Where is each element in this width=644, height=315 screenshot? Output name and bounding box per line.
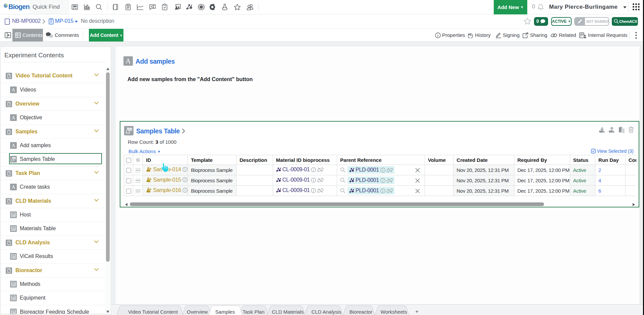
- svg-text:Worksheets: Worksheets: [381, 309, 407, 315]
- svg-text:Video Tutorial Content: Video Tutorial Content: [128, 309, 178, 315]
- svg-text:Overview: Overview: [187, 309, 208, 315]
- svg-text:Samples: Samples: [215, 309, 235, 315]
- svg-text:+: +: [415, 309, 418, 314]
- svg-text:Bioreactor: Bioreactor: [350, 309, 372, 315]
- svg-text:CLD Analysis: CLD Analysis: [311, 309, 341, 315]
- svg-text:Task Plan: Task Plan: [243, 309, 264, 315]
- svg-text:CLD Materials: CLD Materials: [272, 309, 304, 315]
